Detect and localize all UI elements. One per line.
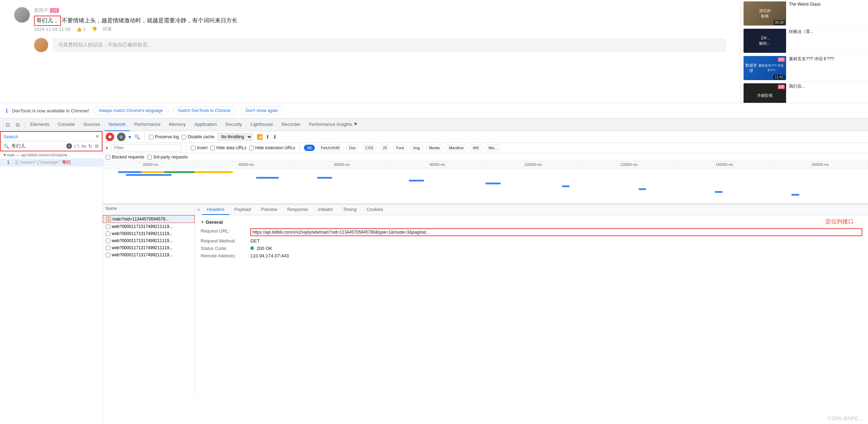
reply-input[interactable]: 与其赞同别人的话语，不如自己畅所欲言。 xyxy=(52,38,726,52)
invert-input[interactable] xyxy=(191,146,195,150)
disable-cache-input[interactable] xyxy=(182,135,186,139)
video-info: 素材丢失??? 冲话卡??? xyxy=(789,56,865,80)
wifi-icon[interactable]: 📶 xyxy=(257,134,263,140)
record-btn[interactable] xyxy=(106,133,114,141)
detail-tab-cookies[interactable]: Cookies xyxy=(362,205,388,215)
tab-recorder[interactable]: Recorder xyxy=(277,118,305,131)
video-item[interactable]: 数据管理素材丢失??? 冲话卡??? 11:41 UP 素材丢失??? 冲话卡?… xyxy=(741,55,868,82)
type-wa-btn[interactable]: Wa... xyxy=(485,145,500,151)
list-item[interactable]: web?00001171317499211119... xyxy=(103,223,195,230)
third-party-input[interactable] xyxy=(147,155,152,160)
type-doc-btn[interactable]: Doc xyxy=(346,145,360,151)
preserve-log-checkbox[interactable]: Preserve log xyxy=(149,134,179,139)
item-checkbox[interactable] xyxy=(106,231,110,236)
invert-checkbox[interactable]: Invert xyxy=(191,145,207,150)
throttle-select[interactable]: No throttling xyxy=(217,133,252,141)
device-icon[interactable]: ⊟ xyxy=(13,120,23,130)
disable-cache-checkbox[interactable]: Disable cache xyxy=(182,134,214,139)
tab-console[interactable]: Console xyxy=(54,118,79,131)
type-manifest-btn[interactable]: Manifest xyxy=(446,145,467,151)
clear-log-btn[interactable]: ⊘ xyxy=(117,133,126,141)
type-media-btn[interactable]: Media xyxy=(426,145,443,151)
search-network-icon[interactable]: 🔍 xyxy=(134,134,140,140)
video-item[interactable]: 关键影视 UP 我们在... xyxy=(741,82,868,103)
detail-tab-payload[interactable]: Payload xyxy=(229,205,256,215)
clear-btn[interactable]: ⊘ xyxy=(95,143,99,149)
clear-search-btn[interactable]: × xyxy=(66,143,72,149)
item-checkbox[interactable] xyxy=(106,224,110,229)
download-icon[interactable]: ⬇ xyxy=(273,134,277,140)
third-party-checkbox[interactable]: 3rd-party requests xyxy=(147,155,188,160)
filter-input[interactable] xyxy=(111,144,182,151)
blocked-input[interactable] xyxy=(106,155,110,160)
hide-ext-urls-checkbox[interactable]: Hide extension URLs xyxy=(249,145,295,150)
like-count: 👍 2 xyxy=(76,27,86,32)
tree-result-item[interactable]: 1 ...}},"content":{"message":"哥们... xyxy=(0,158,102,167)
hide-data-urls-checkbox[interactable]: Hide data URLs xyxy=(210,145,246,150)
ruler-mark: 160000 ms xyxy=(772,163,868,167)
video-title: 我们在... xyxy=(789,83,865,89)
tab-application[interactable]: Application xyxy=(190,118,221,131)
video-item[interactable]: 游目的板橋 09:38 The Weird Glass xyxy=(741,0,868,27)
type-js-btn[interactable]: JS xyxy=(379,145,390,151)
dislike-icon: 👎 xyxy=(91,27,97,32)
upload-icon[interactable]: ⬆ xyxy=(266,134,270,140)
dont-show-btn[interactable]: Don't show again xyxy=(240,106,283,115)
item-checkbox[interactable] xyxy=(106,246,110,250)
regex-toggle[interactable]: (.*) xyxy=(74,144,79,148)
always-match-btn[interactable]: Always match Chrome's language xyxy=(94,106,168,115)
field-label: Request Method: xyxy=(201,238,250,244)
tree-main-item[interactable]: ▼main — api.bilibili.com/x/v2/reply/w... xyxy=(0,151,102,158)
inspect-icon[interactable]: ⊡ xyxy=(3,120,13,130)
type-font-btn[interactable]: Font xyxy=(393,145,407,151)
selected-request-item[interactable]: {} main?oid=11344570594578... xyxy=(103,215,195,223)
reply-button[interactable]: 回复 xyxy=(103,26,112,32)
tab-lighthouse[interactable]: Lighthouse xyxy=(246,118,277,131)
preserve-log-input[interactable] xyxy=(149,135,154,139)
type-css-btn[interactable]: CSS xyxy=(362,145,377,151)
detail-tab-initiator[interactable]: Initiator xyxy=(313,205,338,215)
type-fetchxhr-btn[interactable]: Fetch/XHR xyxy=(318,145,343,151)
tab-security[interactable]: Security xyxy=(221,118,246,131)
case-toggle[interactable]: Aa xyxy=(82,144,86,148)
search-close-btn[interactable]: × xyxy=(96,133,99,140)
detail-tab-headers[interactable]: Headers xyxy=(202,205,229,215)
tab-network[interactable]: Network xyxy=(105,118,130,131)
ruler-mark: 80000 ms xyxy=(390,163,485,167)
detail-tab-response[interactable]: Response xyxy=(282,205,313,215)
video-item[interactable]: 【毕...解的... 转换法（零... xyxy=(741,27,868,55)
type-ws-btn[interactable]: WS xyxy=(469,145,482,151)
hide-ext-urls-input[interactable] xyxy=(249,146,254,150)
sep xyxy=(299,144,300,151)
filter-icon[interactable]: ▾ xyxy=(128,134,131,140)
devtools-notify-bar: ℹ DevTools is now available in Chinese! … xyxy=(0,103,868,118)
type-img-btn[interactable]: Img xyxy=(410,145,423,151)
list-item[interactable]: web?00001171317499211119... xyxy=(103,230,195,237)
switch-chinese-btn[interactable]: Switch DevTools to Chinese xyxy=(173,106,236,115)
tab-performance-insights[interactable]: Performance insights ⚑ xyxy=(305,118,362,131)
refresh-btn[interactable]: ↻ xyxy=(88,143,93,149)
detail-tab-preview[interactable]: Preview xyxy=(256,205,282,215)
tab-memory[interactable]: Memory xyxy=(165,118,190,131)
item-checkbox[interactable] xyxy=(106,253,110,257)
tab-performance[interactable]: Performance xyxy=(130,118,165,131)
general-section-title[interactable]: ▼ General xyxy=(201,219,862,225)
video-info: 我们在... xyxy=(789,83,865,103)
search-query: 哥们儿 xyxy=(11,143,64,149)
list-item[interactable]: web?00001171317499211119... xyxy=(103,244,195,251)
item-checkbox[interactable] xyxy=(106,239,110,243)
hide-data-urls-input[interactable] xyxy=(210,146,215,150)
status-dot xyxy=(250,246,254,250)
detail-tab-timing[interactable]: Timing xyxy=(338,205,362,215)
blocked-checkbox[interactable]: Blocked requests xyxy=(106,155,144,160)
list-item[interactable]: web?00001171317499211119... xyxy=(103,237,195,244)
list-item[interactable]: web?00001171317499211119... xyxy=(103,251,195,258)
detail-close-btn[interactable]: × xyxy=(195,206,202,214)
tab-elements[interactable]: Elements xyxy=(26,118,54,131)
timeline-ruler: 20000 ms 40000 ms 60000 ms 80000 ms 1000… xyxy=(103,161,868,168)
tab-sources[interactable]: Sources xyxy=(79,118,105,131)
avatar xyxy=(14,7,30,23)
field-label: Remote Address: xyxy=(201,253,250,258)
type-all-btn[interactable]: All xyxy=(304,145,315,151)
sep xyxy=(144,133,145,140)
